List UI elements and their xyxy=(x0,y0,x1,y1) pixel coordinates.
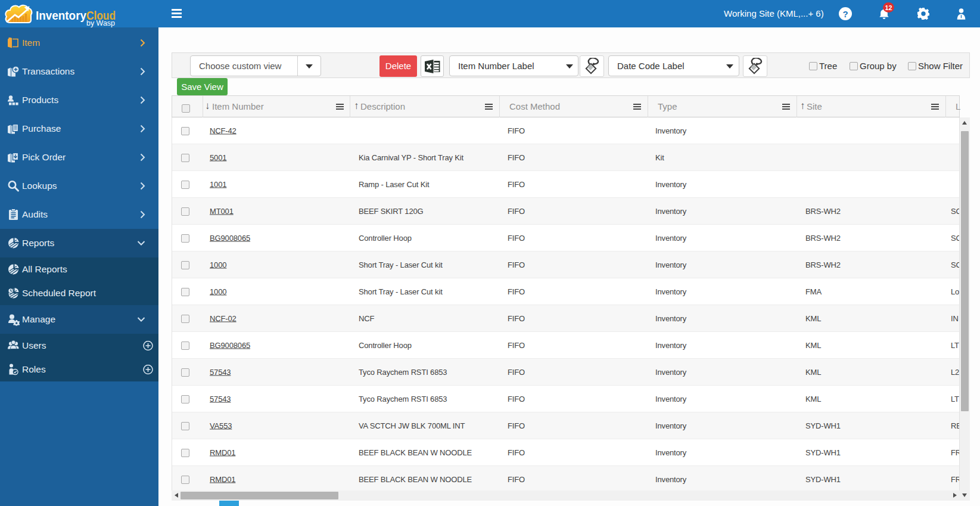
svg-text:12: 12 xyxy=(885,4,892,11)
svg-text:Inventory: Inventory xyxy=(36,8,86,22)
svg-text:?: ? xyxy=(842,9,848,19)
svg-text:by Wasp: by Wasp xyxy=(86,18,115,27)
